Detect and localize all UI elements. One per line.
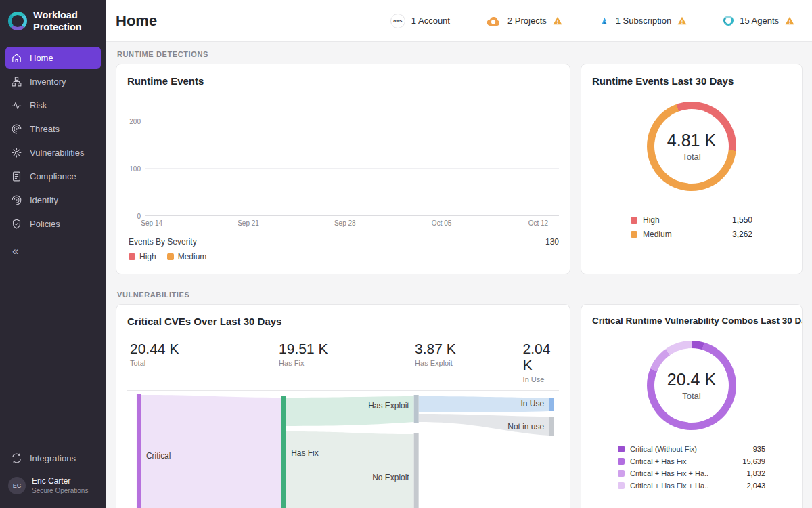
main: RUNTIME DETECTIONS Runtime Events 010020… [106, 42, 812, 508]
sankey-label-in-use: In Use [521, 399, 545, 408]
legend-label: Critical + Has Fix + Ha.. [630, 469, 708, 478]
sidebar-item-label: Risk [30, 100, 47, 110]
runtime-events-card: Runtime Events 0100200 Sep 14Sep 21Sep 2… [116, 64, 570, 274]
legend-item[interactable]: Critical + Has Fix + Ha..1,832 [618, 469, 765, 478]
sankey-node-in-use[interactable] [549, 398, 554, 411]
legend-item[interactable]: High [129, 252, 156, 261]
sankey-flow-hasfix-noexploit[interactable] [286, 431, 413, 508]
sankey-diagram: Critical Has Fix Has Exploit No Exploit … [127, 392, 559, 508]
user-menu[interactable]: EC Eric Carter Secure Operations [0, 471, 106, 500]
legend-label: High [643, 215, 660, 225]
runtime-donut: 4.81 K Total [647, 102, 736, 191]
brand-title: Workload Protection [33, 9, 98, 33]
sankey-node-has-exploit[interactable] [414, 395, 419, 423]
stat-agents[interactable]: 15 Agents ! [723, 16, 794, 26]
warning-icon: ! [677, 16, 687, 25]
legend-label: Medium [643, 230, 672, 239]
page-title: Home [116, 12, 157, 30]
section-runtime-detections: RUNTIME DETECTIONS [117, 50, 801, 58]
legend-value: 3,262 [732, 230, 752, 239]
legend-label: Critical (Without Fix) [630, 445, 697, 453]
sidebar-item-home[interactable]: Home [5, 47, 101, 69]
stat-label: Total [130, 359, 273, 367]
svg-text:!: ! [789, 19, 791, 25]
section-vulnerabilities: VULNERABILITIES [117, 291, 801, 299]
stat-projects[interactable]: 2 Projects ! [487, 16, 562, 26]
azure-icon [599, 16, 610, 26]
donut-label: Total [682, 152, 700, 162]
donut-legend: Critical (Without Fix)935Critical + Has … [618, 445, 765, 490]
warning-icon: ! [553, 16, 562, 25]
y-tick-label: 200 [129, 117, 141, 125]
legend-item[interactable]: Medium [167, 252, 207, 261]
legend-item[interactable]: Critical (Without Fix)935 [618, 445, 765, 453]
vulnerabilities-icon [11, 147, 22, 158]
sidebar-item-inventory[interactable]: Inventory [5, 70, 101, 93]
sidebar-item-threats[interactable]: Threats [5, 118, 101, 140]
donut-label: Total [682, 391, 700, 401]
bar-chart-plot: 0100200 [145, 104, 559, 216]
identity-icon [11, 194, 22, 206]
runtime-row: Runtime Events 0100200 Sep 14Sep 21Sep 2… [116, 64, 803, 274]
svg-text:!: ! [681, 19, 683, 25]
sidebar-item-label: Inventory [30, 77, 66, 87]
legend-label: Critical + Has Fix [630, 457, 686, 465]
legend-value: 15,639 [742, 457, 765, 465]
legend-value: 1,832 [746, 469, 765, 478]
sidebar-collapse-button[interactable]: « [0, 236, 106, 266]
donut-center: 4.81 K Total [647, 102, 736, 191]
sidebar-item-risk[interactable]: Risk [5, 94, 101, 117]
sankey-label-has-fix: Has Fix [291, 448, 319, 458]
sankey-node-no-exploit[interactable] [414, 433, 419, 508]
sidebar-item-compliance[interactable]: Compliance [5, 165, 101, 188]
legend-item[interactable]: Critical + Has Fix + Ha..2,043 [618, 482, 765, 490]
footer-value: 130 [545, 237, 559, 247]
stat-label: 2 Projects [508, 16, 547, 26]
legend-value: 2,043 [746, 482, 765, 490]
legend-swatch [618, 470, 625, 477]
cloud-icon [487, 16, 501, 26]
legend-title: Events By Severity [129, 237, 197, 247]
home-icon [11, 52, 22, 64]
stat-label: 1 Account [411, 16, 450, 26]
legend-label: Medium [178, 252, 207, 261]
vuln-combos-donut: 20.4 K Total [647, 341, 736, 430]
sankey-node-critical[interactable] [137, 394, 141, 508]
legend-item[interactable]: Medium3,262 [631, 230, 752, 239]
sidebar-item-policies[interactable]: Policies [5, 213, 101, 235]
donut-center: 20.4 K Total [647, 341, 736, 430]
sidebar-item-label: Threats [30, 124, 60, 134]
sidebar-item-label: Compliance [30, 171, 76, 182]
card-title: Runtime Events Last 30 Days [592, 75, 791, 87]
sankey-label-no-exploit: No Exploit [372, 473, 409, 482]
header-stats: aws 1 Account 2 Projects ! 1 Subscriptio… [390, 14, 794, 28]
stat-subscriptions[interactable]: 1 Subscription ! [599, 16, 687, 26]
legend-item[interactable]: Critical + Has Fix15,639 [618, 457, 765, 465]
x-tick-label: Oct 12 [528, 219, 548, 227]
card-title: Critical CVEs Over Last 30 Days [127, 316, 559, 327]
brand[interactable]: Workload Protection [0, 0, 106, 41]
donut-value: 20.4 K [667, 370, 716, 389]
stat-value: 19.51 K [279, 341, 409, 357]
stat-label: Has Fix [279, 359, 409, 367]
stat-accounts[interactable]: aws 1 Account [390, 14, 450, 28]
legend-item[interactable]: High1,550 [631, 215, 752, 225]
x-tick-label: Sep 28 [334, 219, 356, 227]
sidebar-item-vulnerabilities[interactable]: Vulnerabilities [5, 142, 101, 164]
vulnerabilities-row: Critical CVEs Over Last 30 Days 20.44 K … [116, 304, 803, 508]
bar-chart-xaxis: Sep 14Sep 21Sep 28Oct 05Oct 12 [145, 219, 559, 230]
sankey-node-has-fix[interactable] [281, 396, 286, 508]
x-tick-label: Sep 21 [238, 219, 259, 227]
stat-label: Has Exploit [415, 359, 518, 367]
app-root: Workload Protection Home Inventory Risk … [0, 0, 812, 508]
sidebar-item-integrations[interactable]: Integrations [5, 447, 101, 469]
stat-value: 20.44 K [130, 341, 273, 357]
sidebar-item-label: Policies [30, 219, 60, 229]
sidebar-item-identity[interactable]: Identity [5, 189, 101, 211]
runtime-events-chart: 0100200 Sep 14Sep 21Sep 28Oct 05Oct 12 E… [127, 104, 559, 261]
stat-label: 1 Subscription [616, 16, 671, 26]
bar-legend: HighMedium [129, 252, 559, 261]
sankey-node-not-in-use[interactable] [549, 417, 554, 436]
runtime-events-donut-card: Runtime Events Last 30 Days 4.81 K Total… [581, 64, 803, 274]
sankey-label-not-in-use: Not in use [508, 422, 544, 431]
